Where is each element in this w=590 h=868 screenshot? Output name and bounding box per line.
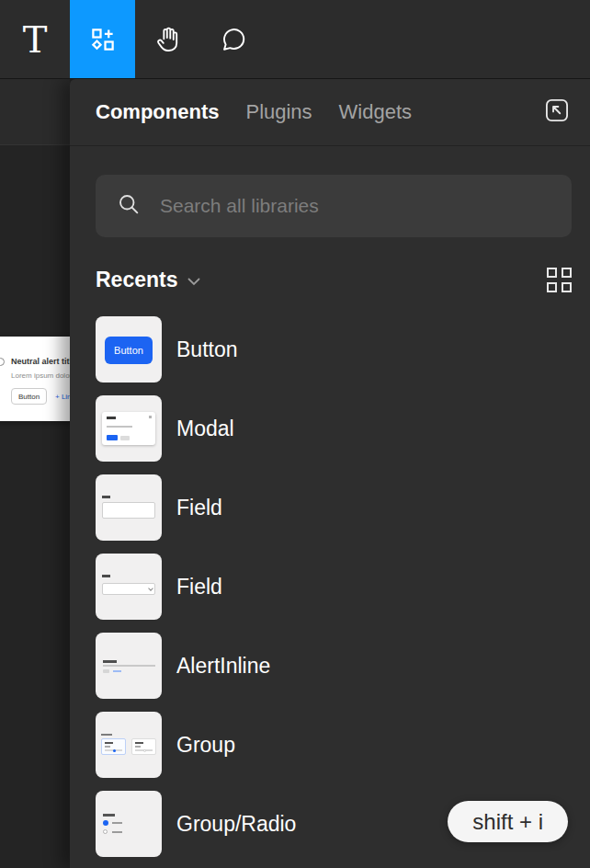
list-item-button[interactable]: Button Button: [96, 316, 572, 383]
component-name: Field: [176, 575, 222, 600]
field-select-preview: [102, 575, 110, 577]
components-list: Button Button Modal Fie: [96, 316, 572, 857]
list-item-modal[interactable]: Modal: [96, 395, 572, 462]
tab-components[interactable]: Components: [96, 100, 219, 124]
info-icon: [0, 358, 5, 366]
component-name: Button: [176, 337, 238, 362]
shortcut-hint-badge: shift + i: [448, 801, 568, 842]
comment-tool-button[interactable]: [200, 0, 266, 78]
alertinline-thumbnail: [96, 633, 162, 699]
search-icon: [116, 191, 142, 221]
recents-title[interactable]: Recents: [96, 268, 177, 292]
canvas-alert-component[interactable]: Neutral alert title Lorem ipsum dolor am…: [0, 337, 70, 421]
alert-body-text: Lorem ipsum dolor amet consec: [11, 371, 70, 380]
list-item-field-select[interactable]: Field: [96, 554, 572, 620]
component-name: Field: [176, 496, 222, 520]
panel-header: Components Plugins Widgets: [70, 79, 590, 146]
tab-plugins[interactable]: Plugins: [245, 100, 312, 124]
panel-tabs: Components Plugins Widgets: [96, 100, 412, 124]
list-item-alertinline[interactable]: AlertInline: [96, 633, 572, 699]
components-panel: Components Plugins Widgets: [70, 79, 590, 868]
text-tool-icon: T: [23, 21, 48, 58]
button-thumbnail: Button: [96, 316, 162, 383]
chevron-down-icon[interactable]: [187, 273, 200, 290]
button-preview: Button: [105, 337, 153, 364]
tab-widgets[interactable]: Widgets: [339, 100, 412, 124]
alert-title: Neutral alert title: [11, 357, 70, 366]
hand-icon: [153, 25, 183, 54]
canvas[interactable]: Neutral alert title Lorem ipsum dolor am…: [0, 79, 70, 868]
component-name: Group: [176, 733, 235, 758]
field-preview: [102, 496, 110, 498]
search-box[interactable]: [96, 175, 572, 237]
assets-icon: [89, 26, 117, 53]
toolbar: T: [0, 0, 590, 79]
group-radio-preview: [103, 814, 115, 817]
group-preview: [101, 734, 112, 736]
comment-icon: [220, 26, 247, 53]
search-input[interactable]: [160, 195, 551, 217]
alert-button: Button: [11, 388, 47, 405]
component-name: AlertInline: [176, 654, 270, 679]
component-name: Modal: [176, 417, 234, 441]
modal-preview: [102, 412, 155, 445]
grid-icon: [547, 268, 557, 278]
alertinline-preview: [103, 660, 117, 663]
text-tool-button[interactable]: T: [0, 0, 70, 78]
figma-app: T: [0, 0, 590, 868]
popout-icon: [544, 97, 570, 127]
alert-link: + Link text: [55, 393, 70, 401]
group-thumbnail: [96, 712, 162, 778]
component-name: Group/Radio: [176, 812, 296, 837]
field-select-thumbnail: [96, 554, 162, 620]
group-radio-thumbnail: [96, 791, 162, 857]
popout-button[interactable]: [542, 97, 572, 127]
list-item-field[interactable]: Field: [96, 474, 572, 541]
modal-thumbnail: [96, 395, 162, 462]
list-item-group[interactable]: Group: [96, 712, 572, 778]
grid-view-button[interactable]: [547, 268, 572, 292]
canvas-frame-top: [0, 79, 70, 145]
field-thumbnail: [96, 474, 162, 541]
assets-tool-button[interactable]: [70, 0, 135, 78]
panel-body: Recents Button Button: [70, 175, 590, 857]
hand-tool-button[interactable]: [135, 0, 200, 78]
recents-header: Recents: [96, 267, 572, 292]
